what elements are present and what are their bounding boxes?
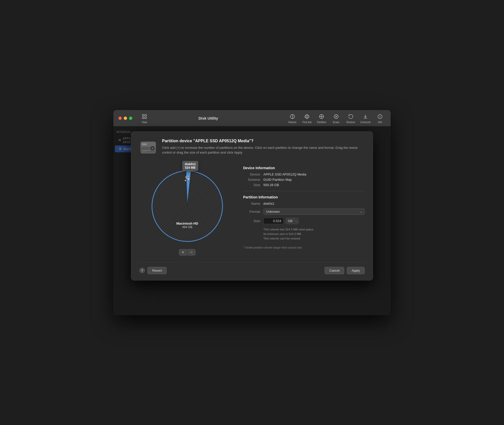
partition-size-row: Size: GB MB TB ⌃⌄ bbox=[243, 218, 365, 224]
partition-dialog: Partition device "APPLE SSD AP0512Q Medi… bbox=[131, 131, 373, 280]
unit-select[interactable]: GB MB TB bbox=[286, 218, 299, 224]
svg-rect-26 bbox=[142, 151, 148, 152]
device-label: Device: bbox=[243, 172, 261, 176]
size-note-2: Its minimum size is 524.3 MB. bbox=[263, 232, 365, 236]
dialog-title: Partition device "APPLE SSD AP0512Q Medi… bbox=[162, 139, 365, 143]
toolbar: View Disk Utility Volume bbox=[113, 110, 391, 126]
format-select[interactable]: Unknown APFS Mac OS Extended (Journaled)… bbox=[263, 208, 365, 215]
size-notes: This volume has 524.3 MB used space. Its… bbox=[263, 227, 365, 241]
window-title: Disk Utility bbox=[134, 116, 283, 120]
hard-disk-svg bbox=[139, 139, 157, 156]
size-input-row: GB MB TB ⌃⌄ bbox=[263, 218, 299, 224]
scheme-value: GUID Partition Map bbox=[263, 178, 292, 182]
toolbar-action-buttons: Volume First Aid bbox=[287, 113, 386, 124]
partition-format-row: Format: Unknown APFS Mac OS Extended (Jo… bbox=[243, 208, 365, 215]
restore-button[interactable]: Restore bbox=[345, 113, 356, 124]
size-row: Size: 500.28 GB bbox=[243, 183, 365, 187]
dialog-footer: ? Revert Cancel Apply bbox=[139, 263, 365, 274]
close-button[interactable] bbox=[118, 117, 122, 120]
chart-area: disk0s1 524 MB bbox=[139, 163, 235, 256]
partition-name-row: Name: disk0s1 bbox=[243, 202, 365, 205]
svg-text:*: * bbox=[185, 179, 186, 183]
erase-button[interactable]: Erase bbox=[331, 113, 342, 124]
remove-partition-button[interactable]: − bbox=[187, 249, 196, 256]
svg-rect-0 bbox=[142, 114, 144, 116]
size-note-3: This volume can't be resized. bbox=[263, 236, 365, 241]
svg-rect-25 bbox=[142, 150, 151, 151]
add-partition-button[interactable]: + bbox=[179, 249, 187, 256]
volume-button[interactable]: Volume bbox=[287, 113, 298, 124]
partition-button[interactable]: Partition bbox=[316, 113, 327, 124]
cancel-button[interactable]: Cancel bbox=[325, 267, 344, 274]
unmount-button[interactable]: Unmount bbox=[360, 113, 371, 124]
maximize-button[interactable] bbox=[129, 117, 132, 120]
resize-handle[interactable] bbox=[185, 175, 189, 179]
scheme-row: Scheme: GUID Partition Map bbox=[243, 178, 365, 182]
svg-rect-24 bbox=[142, 143, 147, 145]
pie-container: disk0s1 524 MB bbox=[147, 163, 228, 244]
info-divider bbox=[243, 191, 365, 191]
partition-name-value: disk0s1 bbox=[263, 202, 274, 205]
footer-left: ? Revert bbox=[139, 267, 167, 274]
partition-tooltip: disk0s1 524 MB bbox=[182, 161, 198, 171]
info-button[interactable]: Info bbox=[374, 113, 386, 124]
dialog-title-area: Partition device "APPLE SSD AP0512Q Medi… bbox=[162, 139, 365, 155]
traffic-lights bbox=[118, 117, 132, 120]
format-select-wrapper: Unknown APFS Mac OS Extended (Journaled)… bbox=[263, 208, 365, 215]
partition-size-label: Size: bbox=[243, 219, 261, 223]
first-aid-button[interactable]: First Aid bbox=[301, 113, 312, 124]
svg-rect-1 bbox=[145, 114, 146, 116]
svg-point-23 bbox=[152, 148, 153, 149]
size-input[interactable] bbox=[263, 218, 284, 224]
size-note-1: This volume has 524.3 MB used space. bbox=[263, 227, 365, 232]
dialog-header: Partition device "APPLE SSD AP0512Q Medi… bbox=[139, 139, 365, 156]
tooltip-size: 524 MB bbox=[185, 166, 196, 169]
size-value: 500.28 GB bbox=[263, 183, 279, 187]
chart-controls: + − bbox=[179, 249, 196, 256]
dialog-body: disk0s1 524 MB bbox=[139, 163, 365, 256]
disk-icon-large bbox=[139, 139, 157, 156]
partition-format-label: Format: bbox=[243, 210, 261, 214]
device-value: APPLE SSD AP0512Q Media bbox=[263, 172, 306, 176]
svg-rect-6 bbox=[305, 116, 309, 117]
device-row: Device: APPLE SSD AP0512Q Media bbox=[243, 172, 365, 176]
dialog-overlay: Partition device "APPLE SSD AP0512Q Medi… bbox=[113, 126, 391, 315]
minimize-button[interactable] bbox=[124, 117, 127, 120]
help-button[interactable]: ? bbox=[139, 268, 145, 273]
dialog-description: Click add (+) to increase the number of … bbox=[162, 145, 365, 155]
unit-select-wrapper: GB MB TB ⌃⌄ bbox=[286, 218, 299, 224]
svg-rect-27 bbox=[141, 152, 155, 153]
partition-info-title: Partition Information bbox=[243, 195, 365, 199]
size-label: Size: bbox=[243, 183, 261, 187]
footnote: * Small partition shown larger than actu… bbox=[243, 246, 365, 249]
svg-rect-7 bbox=[306, 114, 308, 119]
device-info-title: Device Information bbox=[243, 166, 365, 170]
partition-name-label: Name: bbox=[243, 202, 261, 205]
tooltip-label: disk0s1 bbox=[185, 162, 196, 166]
mac-window: View Disk Utility Volume bbox=[113, 110, 391, 315]
revert-button[interactable]: Revert bbox=[147, 267, 167, 274]
info-panel: Device Information Device: APPLE SSD AP0… bbox=[243, 163, 365, 249]
footer-right: Cancel Apply bbox=[325, 267, 365, 274]
scheme-label: Scheme: bbox=[243, 178, 261, 182]
main-content: Internal APPLE SSD AP0512Q Media Macinto… bbox=[113, 126, 391, 315]
apply-button[interactable]: Apply bbox=[347, 267, 365, 274]
